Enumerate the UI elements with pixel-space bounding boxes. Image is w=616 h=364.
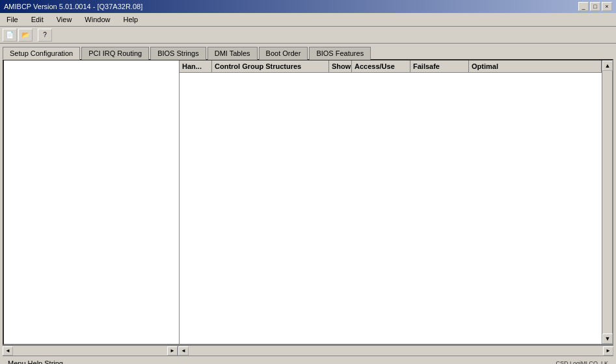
- left-scroll-left-btn[interactable]: ◄: [3, 346, 13, 356]
- toolbar-help-button[interactable]: ?: [38, 29, 52, 42]
- menu-window[interactable]: Window: [81, 14, 114, 25]
- scroll-up-button[interactable]: ▲: [602, 60, 613, 71]
- menu-bar: File Edit View Window Help: [0, 13, 616, 27]
- csd-logo: CSD LogiMI CO.,LK: [556, 360, 608, 365]
- tab-setup-configuration[interactable]: Setup Configuration: [3, 47, 80, 60]
- toolbar: 📄 📂 ?: [0, 27, 616, 44]
- tab-dmi-tables[interactable]: DMI Tables: [208, 47, 258, 60]
- main-content: Han... Control Group Structures Show Acc…: [3, 59, 613, 345]
- table-body[interactable]: [180, 73, 602, 344]
- tab-boot-order[interactable]: Boot Order: [259, 47, 308, 60]
- left-scroll-right-btn[interactable]: ►: [167, 346, 178, 356]
- table-panel: Han... Control Group Structures Show Acc…: [180, 60, 602, 344]
- menu-edit[interactable]: Edit: [27, 14, 47, 25]
- menu-file[interactable]: File: [3, 14, 22, 25]
- right-scroll-left-btn[interactable]: ◄: [178, 346, 189, 356]
- scroll-down-button[interactable]: ▼: [602, 333, 613, 344]
- tab-bar: Setup Configuration PCI IRQ Routing BIOS…: [0, 44, 616, 59]
- tree-panel: [4, 60, 180, 344]
- table-header: Han... Control Group Structures Show Acc…: [180, 60, 602, 73]
- right-scroll-right-btn[interactable]: ►: [603, 346, 613, 356]
- vertical-scrollbar[interactable]: ▲ ▼: [602, 60, 612, 344]
- bottom-scroll-area: ◄ ► ◄ ►: [3, 345, 613, 356]
- menu-view[interactable]: View: [53, 14, 76, 25]
- menu-help[interactable]: Help: [119, 14, 142, 25]
- col-group: Control Group Structures: [212, 60, 329, 72]
- status-text: Menu Help String: [8, 359, 63, 365]
- title-bar: AMIBCP Version 5.01.0014 - [Q37A32R.08] …: [0, 0, 616, 13]
- col-show: Show: [329, 60, 352, 72]
- col-optimal: Optimal: [469, 60, 602, 72]
- title-text: AMIBCP Version 5.01.0014 - [Q37A32R.08]: [4, 3, 142, 10]
- window-controls[interactable]: _ □ ×: [578, 2, 612, 11]
- tab-bios-features[interactable]: BIOS Features: [309, 47, 371, 60]
- close-button[interactable]: ×: [602, 2, 612, 11]
- status-bar: Menu Help String CSD LogiMI CO.,LK: [3, 356, 613, 364]
- col-han: Han...: [180, 60, 212, 72]
- left-hscroll[interactable]: ◄ ►: [3, 346, 178, 356]
- right-hscroll[interactable]: ◄ ►: [178, 346, 613, 356]
- maximize-button[interactable]: □: [590, 2, 600, 11]
- minimize-button[interactable]: _: [578, 2, 589, 11]
- col-failsafe: Failsafe: [410, 60, 469, 72]
- col-access: Access/Use: [352, 60, 410, 72]
- toolbar-new-button[interactable]: 📄: [3, 29, 17, 42]
- tab-bios-strings[interactable]: BIOS Strings: [150, 47, 206, 60]
- toolbar-open-button[interactable]: 📂: [18, 29, 33, 42]
- tab-pci-irq-routing[interactable]: PCI IRQ Routing: [81, 47, 149, 60]
